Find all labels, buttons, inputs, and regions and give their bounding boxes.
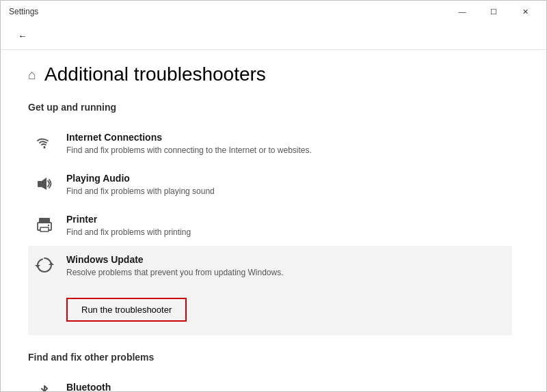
windows-update-main: Windows Update Resolve problems that pre… (34, 254, 284, 279)
item-title-windows-update: Windows Update (66, 254, 284, 265)
run-troubleshooter-button[interactable]: Run the troubleshooter (66, 298, 187, 322)
page-title: Additional troubleshooters (44, 64, 266, 85)
page-header: ⌂ Additional troubleshooters (28, 64, 512, 85)
window-title: Settings (9, 7, 446, 16)
item-desc-printer: Find and fix problems with printing (66, 227, 507, 238)
item-info-playing-audio: Playing Audio Find and fix problems with… (66, 173, 507, 197)
item-info-printer: Printer Find and fix problems with print… (66, 214, 507, 238)
item-info-internet-connections: Internet Connections Find and fix proble… (66, 132, 507, 156)
section-title-get-up-running: Get up and running (28, 102, 512, 113)
item-title-bluetooth: Bluetooth (66, 382, 507, 391)
nav-bar: ← (1, 23, 546, 50)
section-get-up-running: Get up and running Internet Connect (28, 102, 512, 335)
svg-rect-3 (39, 218, 50, 223)
list-item-internet-connections[interactable]: Internet Connections Find and fix proble… (28, 124, 512, 165)
maximize-button[interactable]: ☐ (478, 1, 509, 23)
printer-icon (34, 214, 55, 236)
item-info-windows-update: Windows Update Resolve problems that pre… (66, 254, 284, 279)
list-item-printer[interactable]: Printer Find and fix problems with print… (28, 206, 512, 247)
item-desc-internet-connections: Find and fix problems with connecting to… (66, 145, 507, 156)
minimize-button[interactable]: — (446, 1, 478, 23)
section-title-find-fix-problems: Find and fix other problems (28, 352, 512, 363)
audio-icon (34, 173, 55, 195)
svg-point-6 (48, 224, 49, 225)
list-item-playing-audio[interactable]: Playing Audio Find and fix problems with… (28, 165, 512, 206)
windows-update-icon (34, 254, 55, 276)
item-title-printer: Printer (66, 214, 507, 225)
settings-window: Settings — ☐ ✕ ← ⌂ Additional troublesho… (0, 0, 547, 392)
title-bar: Settings — ☐ ✕ (1, 1, 546, 23)
run-btn-container: Run the troubleshooter (34, 290, 187, 327)
main-content: ⌂ Additional troubleshooters Get up and … (1, 50, 546, 391)
close-button[interactable]: ✕ (509, 1, 541, 23)
window-controls: — ☐ ✕ (446, 1, 541, 23)
item-desc-playing-audio: Find and fix problems with playing sound (66, 186, 507, 197)
item-title-playing-audio: Playing Audio (66, 173, 507, 184)
content-wrapper: ⌂ Additional troubleshooters Get up and … (1, 50, 546, 391)
home-icon: ⌂ (28, 67, 36, 83)
list-item-bluetooth[interactable]: Bluetooth Find and fix problems with Blu… (28, 374, 512, 391)
wifi-icon (34, 132, 55, 154)
item-title-internet-connections: Internet Connections (66, 132, 507, 143)
item-desc-windows-update: Resolve problems that prevent you from u… (66, 267, 284, 279)
svg-rect-1 (38, 181, 42, 187)
section-find-fix-problems: Find and fix other problems Bluetooth Fi… (28, 352, 512, 391)
svg-point-0 (44, 147, 46, 149)
list-item-windows-update[interactable]: Windows Update Resolve problems that pre… (28, 246, 512, 335)
svg-rect-5 (40, 227, 49, 232)
item-info-bluetooth: Bluetooth Find and fix problems with Blu… (66, 382, 507, 391)
bluetooth-icon (34, 382, 55, 391)
svg-marker-7 (49, 262, 54, 265)
back-button[interactable]: ← (12, 25, 34, 47)
svg-marker-8 (35, 265, 40, 268)
svg-marker-2 (42, 178, 46, 190)
